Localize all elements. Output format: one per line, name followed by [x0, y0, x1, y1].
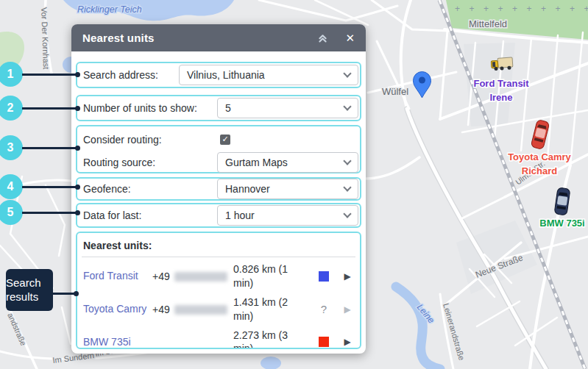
- callout-line: [22, 74, 76, 76]
- callout-dot: [75, 106, 80, 111]
- units-to-show-group: Number of units to show: 5: [76, 95, 361, 121]
- chevron-down-icon: [343, 157, 351, 165]
- chevron-down-icon: [343, 209, 351, 218]
- place-label-wuelfel: Wülfel: [382, 86, 408, 97]
- play-route-button[interactable]: ▶: [338, 337, 357, 347]
- unit-phone: +49: [152, 304, 233, 315]
- map-unit-label-ford: Ford Transit: [473, 78, 529, 89]
- table-row: BMW 735i 2.273 km (3 min) ▶: [83, 329, 354, 349]
- divider: [82, 257, 355, 257]
- callout-dot: [75, 210, 80, 215]
- dialog-header: Nearest units ✕: [71, 24, 366, 51]
- water-label-ricklinger: Ricklinger Teich: [77, 4, 142, 15]
- table-row: Ford Transit +49 0.826 km (1 min) ▶: [83, 262, 354, 290]
- map-unit-label-bmw: BMW 735i: [539, 218, 584, 229]
- geofence-select[interactable]: Hannover: [217, 179, 358, 199]
- dialog-body: Search address: Vilnius, Lithuania Numbe…: [71, 51, 366, 349]
- collapse-icon[interactable]: [316, 32, 329, 44]
- search-address-select[interactable]: Vilnius, Lithuania: [179, 65, 358, 85]
- nearest-units-dialog: Nearest units ✕ Search address: Vilnius,…: [71, 24, 366, 354]
- geofence-value: Hannover: [225, 183, 270, 195]
- dialog-title: Nearest units: [82, 32, 316, 44]
- map-driver-label-richard: Richard: [522, 165, 557, 176]
- routing-source-select[interactable]: Gurtam Maps: [217, 152, 358, 173]
- data-for-last-select[interactable]: 1 hour: [217, 205, 358, 226]
- chevron-down-icon: [343, 102, 351, 110]
- route-unknown-icon: ?: [321, 303, 327, 315]
- search-results-label: Search results: [6, 276, 53, 304]
- blurred-phone-number: [174, 305, 227, 315]
- unit-link-bmw-735i[interactable]: BMW 735i: [83, 335, 152, 349]
- chevron-down-icon: [343, 69, 351, 77]
- unit-distance: 0.826 km (1 min): [233, 262, 302, 290]
- map-driver-label-irene: Irene: [489, 92, 512, 103]
- table-row: Toyota Camry +49 1.431 km (2 min) ? ▶: [83, 295, 354, 323]
- data-for-last-group: Data for last: 1 hour: [76, 203, 361, 228]
- callout-line: [22, 186, 76, 188]
- play-route-button[interactable]: ▶: [338, 271, 357, 282]
- unit-phone: +49: [152, 271, 233, 282]
- routing-source-label: Routing source:: [83, 157, 155, 168]
- callout-dot: [74, 291, 79, 296]
- routing-group: Consider routing: ✓ Routing source: Gurt…: [76, 125, 361, 173]
- consider-routing-label: Consider routing:: [83, 134, 162, 146]
- callout-dot: [75, 72, 80, 77]
- place-label-mittelfeld: Mittelfeld: [469, 18, 507, 29]
- routing-source-value: Gurtam Maps: [225, 157, 288, 168]
- search-address-value: Vilnius, Lithuania: [187, 69, 265, 81]
- route-color-swatch: [319, 337, 329, 347]
- blurred-phone-number: [174, 272, 227, 282]
- units-to-show-value: 5: [225, 102, 231, 114]
- data-for-last-label: Data for last:: [83, 209, 141, 221]
- consider-routing-checkbox[interactable]: ✓: [220, 135, 230, 145]
- map-unit-label-toyota: Toyota Camry: [508, 151, 571, 162]
- chevron-down-icon: [343, 183, 351, 191]
- geofence-group: Geofence: Hannover: [76, 177, 361, 201]
- results-header: Nearest units:: [83, 240, 354, 251]
- results-group: Nearest units: Ford Transit +49 0.826 km…: [76, 232, 361, 349]
- unit-distance: 2.273 km (3 min): [233, 329, 302, 349]
- callout-dot: [75, 184, 80, 190]
- unit-distance: 1.431 km (2 min): [233, 295, 302, 323]
- route-color-swatch: [319, 271, 329, 282]
- search-address-label: Search address:: [83, 69, 158, 81]
- search-address-group: Search address: Vilnius, Lithuania: [76, 62, 361, 88]
- unit-link-ford-transit[interactable]: Ford Transit: [83, 269, 152, 284]
- close-icon[interactable]: ✕: [345, 32, 355, 43]
- callout-line: [52, 293, 76, 295]
- svg-text:++++++++++++: ++++++++++++: [455, 4, 588, 14]
- data-for-last-value: 1 hour: [225, 209, 255, 221]
- callout-line: [22, 212, 76, 214]
- callout-line: [22, 107, 76, 110]
- search-results-callout: Search results: [6, 269, 53, 311]
- geofence-label: Geofence:: [83, 183, 131, 195]
- units-to-show-label: Number of units to show:: [83, 102, 197, 114]
- units-to-show-select[interactable]: 5: [217, 98, 358, 118]
- callout-line: [22, 147, 76, 149]
- unit-link-toyota-camry[interactable]: Toyota Camry: [83, 302, 152, 317]
- play-route-button-disabled[interactable]: ▶: [338, 304, 357, 315]
- callout-dot: [75, 146, 80, 151]
